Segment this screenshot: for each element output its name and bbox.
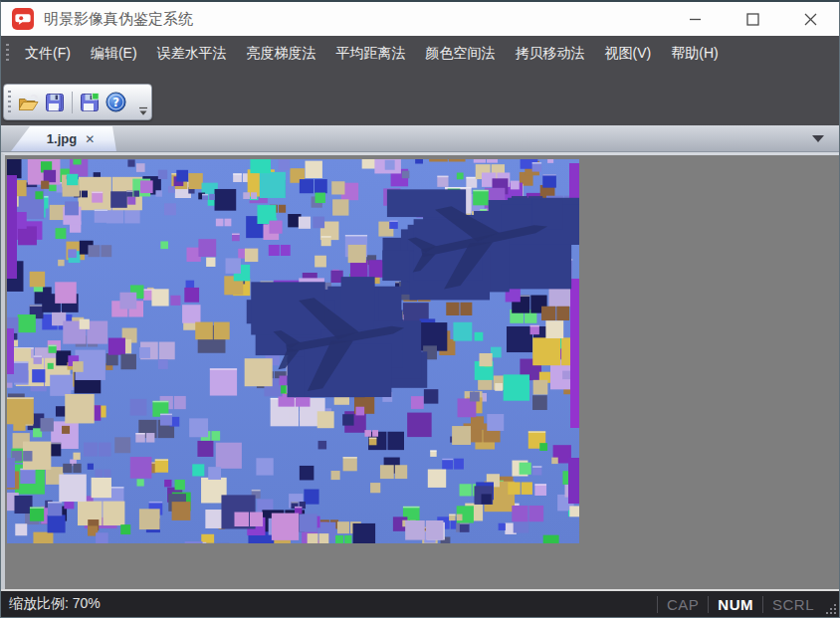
menu-item-brightness-gradient[interactable]: 亮度梯度法 [237,36,326,70]
document-tab[interactable]: 1.jpg ✕ [11,126,116,151]
scroll-lock-indicator: SCRL [763,596,823,613]
status-bar: 缩放比例: 70% CAP NUM SCRL [1,589,839,617]
app-window: 明景影像真伪鉴定系统 文件(F) 编辑(E) 误差水平法 亮度梯度法 平均距离法… [0,0,840,618]
resize-grip-icon [825,603,837,615]
keyboard-indicators: CAP NUM SCRL [657,591,839,617]
caps-lock-indicator: CAP [658,596,708,613]
save-as-button[interactable] [77,89,103,116]
save-button[interactable] [42,89,68,116]
image-canvas[interactable] [7,159,579,543]
svg-text:?: ? [112,96,119,109]
menu-grip-icon [6,44,9,62]
menu-item-mean-distance[interactable]: 平均距离法 [326,36,416,70]
help-button[interactable]: ? [103,89,128,116]
window-controls [666,2,839,36]
floppy-disk-icon [45,93,65,112]
toolbar-grip-icon [8,91,11,114]
toolbar: ? [3,84,152,120]
zoom-level-label: 缩放比例: 70% [9,595,657,613]
floppy-disk-plus-icon [80,93,100,112]
close-icon [804,13,817,26]
tab-list-dropdown-button[interactable] [807,125,829,151]
tab-label: 1.jpg [47,131,77,146]
minimize-button[interactable] [666,2,724,36]
toolbar-row: ? [1,70,839,125]
maximize-button[interactable] [724,2,781,36]
chevron-down-icon [812,135,824,142]
menu-bar: 文件(F) 编辑(E) 误差水平法 亮度梯度法 平均距离法 颜色空间法 拷贝移动… [1,36,839,70]
help-icon: ? [105,92,126,112]
toolbar-separator [72,92,73,113]
menu-item-view[interactable]: 视图(V) [595,36,662,70]
close-button[interactable] [781,2,839,36]
menu-item-help[interactable]: 帮助(H) [661,36,728,70]
open-file-button[interactable] [16,89,42,116]
menu-item-error-level[interactable]: 误差水平法 [147,36,237,70]
tab-strip: 1.jpg ✕ [1,125,839,152]
resize-grip[interactable] [823,591,839,617]
folder-open-icon [18,93,40,112]
num-lock-indicator: NUM [709,596,762,613]
document-area [1,152,839,589]
maximize-icon [746,13,759,26]
toolbar-overflow-button[interactable] [137,104,149,117]
tab-close-icon[interactable]: ✕ [85,133,95,145]
app-logo-icon [12,8,34,30]
menu-item-file[interactable]: 文件(F) [15,36,81,70]
title-bar: 明景影像真伪鉴定系统 [1,2,839,36]
menu-item-edit[interactable]: 编辑(E) [81,36,147,70]
menu-item-color-space[interactable]: 颜色空间法 [416,36,506,70]
chevron-overflow-icon [138,106,148,116]
menu-item-copy-move[interactable]: 拷贝移动法 [506,36,595,70]
window-title: 明景影像真伪鉴定系统 [44,10,666,29]
minimize-icon [689,13,702,26]
